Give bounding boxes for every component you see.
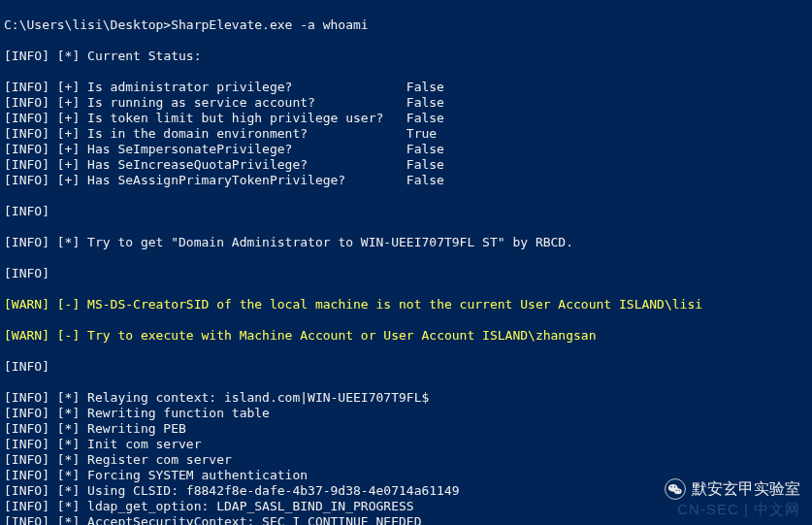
level-warn: [WARN] — [4, 297, 49, 312]
relay-line: [INFO] [*] Forcing SYSTEM authentication — [4, 468, 808, 483]
rbcd-try-text: Try to get "Domain Administrator to WIN-… — [87, 235, 573, 249]
status-header: Current Status: — [87, 49, 201, 63]
command-prompt: C:\Users\lisi\Desktop>SharpElevate.exe -… — [4, 17, 808, 33]
warn-line-2: [WARN] [-] Try to execute with Machine A… — [4, 328, 808, 344]
relay-block: [INFO] [*] Relaying context: island.com|… — [4, 390, 808, 525]
status-check-line: [INFO] [+] Has SeAssignPrimaryTokenPrivi… — [4, 173, 808, 188]
relay-line: [INFO] [*] Rewriting PEB — [4, 421, 808, 437]
status-check-line: [INFO] [+] Has SeIncreaseQuotaPrivilege?… — [4, 157, 808, 173]
blank-info-line: [INFO] — [4, 359, 808, 375]
rbcd-try-line: [INFO] [*] Try to get "Domain Administra… — [4, 235, 808, 250]
status-check-line: [INFO] [+] Is in the domain environment?… — [4, 126, 808, 142]
relay-line: [INFO] [*] Relaying context: island.com|… — [4, 390, 808, 406]
mark-star: [*] — [57, 49, 80, 63]
relay-line: [INFO] [*] Using CLSID: f8842f8e-dafe-4b… — [4, 483, 808, 499]
relay-line: [INFO] [*] AcceptSecurityContext: SEC_I_… — [4, 514, 808, 525]
warn-line-1: [WARN] [-] MS-DS-CreatorSID of the local… — [4, 297, 808, 312]
blank-info-line: [INFO] — [4, 204, 808, 219]
warn-text-2: Try to execute with Machine Account or U… — [87, 328, 596, 343]
terminal-output: C:\Users\lisi\Desktop>SharpElevate.exe -… — [0, 0, 812, 525]
relay-line: [INFO] [*] ldap_get_option: LDAP_SASL_BI… — [4, 499, 808, 514]
status-checks: [INFO] [+] Is administrator privilege? F… — [4, 80, 808, 188]
level-info: [INFO] — [4, 49, 49, 63]
status-check-line: [INFO] [+] Has SeImpersonatePrivilege? F… — [4, 142, 808, 157]
status-check-line: [INFO] [+] Is token limit but high privi… — [4, 111, 808, 126]
relay-line: [INFO] [*] Init com server — [4, 437, 808, 452]
relay-line: [INFO] [*] Rewriting function table — [4, 406, 808, 421]
level-warn: [WARN] — [4, 328, 49, 343]
status-check-line: [INFO] [+] Is running as service account… — [4, 95, 808, 111]
blank-info-line: [INFO] — [4, 266, 808, 281]
warn-text-1: MS-DS-CreatorSID of the local machine is… — [87, 297, 702, 312]
status-header-line: [INFO] [*] Current Status: — [4, 49, 808, 64]
status-check-line: [INFO] [+] Is administrator privilege? F… — [4, 80, 808, 95]
relay-line: [INFO] [*] Register com server — [4, 452, 808, 468]
